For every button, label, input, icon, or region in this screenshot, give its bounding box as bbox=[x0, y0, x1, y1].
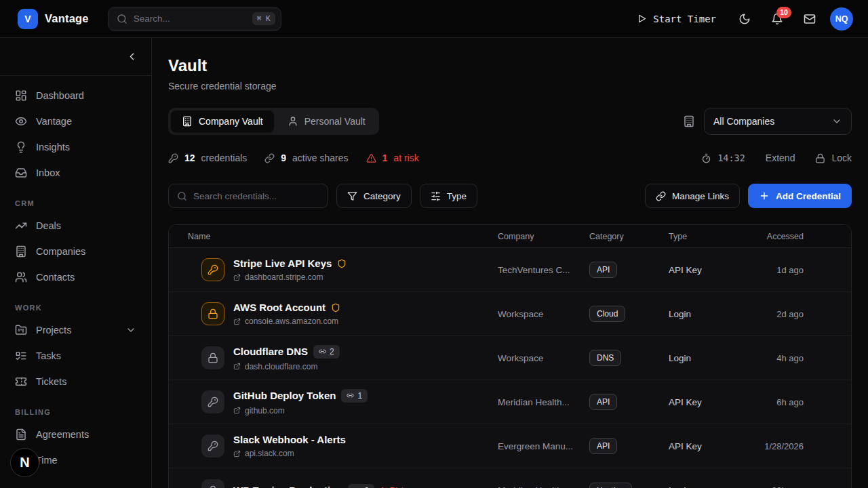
external-link-icon bbox=[233, 274, 241, 281]
credential-tile bbox=[201, 258, 224, 281]
type-filter-button[interactable]: Type bbox=[420, 184, 477, 208]
linked-count: 3 bbox=[364, 486, 369, 488]
credential-domain-link[interactable]: dashboard.stripe.com bbox=[233, 272, 347, 282]
credential-search[interactable] bbox=[168, 184, 328, 208]
company-filter-value: All Companies bbox=[713, 116, 774, 127]
at-risk-label: At Risk bbox=[380, 486, 406, 488]
layout-dashboard-icon bbox=[15, 89, 27, 102]
at-risk-stat: 1 at risk bbox=[366, 152, 419, 163]
manage-links-label: Manage Links bbox=[672, 191, 729, 201]
sidebar-item-agreements[interactable]: Agreements bbox=[8, 422, 143, 447]
table-row[interactable]: AWS Root Account console.aws.amazon.com … bbox=[169, 292, 851, 336]
credential-domain: api.slack.com bbox=[245, 449, 294, 458]
credential-domain: github.com bbox=[245, 406, 285, 415]
company-cell: Workspace bbox=[498, 353, 589, 363]
shares-label: active shares bbox=[292, 152, 348, 163]
table-row[interactable]: Slack Webhook - Alerts api.slack.com Eve… bbox=[169, 424, 851, 468]
global-search-input[interactable] bbox=[134, 14, 246, 24]
tab-label: Company Vault bbox=[199, 116, 263, 127]
extend-session-button[interactable]: Extend bbox=[766, 152, 795, 163]
credential-domain-link[interactable]: github.com bbox=[233, 406, 368, 415]
credential-domain-link[interactable]: dash.cloudflare.com bbox=[233, 362, 340, 371]
lock-label: Lock bbox=[831, 152, 852, 163]
column-header-name: Name bbox=[169, 232, 498, 241]
manage-links-button[interactable]: Manage Links bbox=[645, 184, 740, 208]
start-timer-button[interactable]: Start Timer bbox=[629, 8, 724, 30]
credential-domain-link[interactable]: console.aws.amazon.com bbox=[233, 317, 340, 326]
sidebar-item-contacts[interactable]: Contacts bbox=[8, 264, 143, 290]
sidebar-item-insights[interactable]: Insights bbox=[8, 134, 143, 160]
type-cell: API Key bbox=[669, 397, 759, 407]
sidebar-item-tickets[interactable]: Tickets bbox=[8, 369, 143, 394]
external-link-icon bbox=[233, 450, 241, 458]
page-title: Vault bbox=[168, 56, 852, 75]
building-icon bbox=[182, 116, 193, 127]
sliders-icon bbox=[431, 191, 441, 201]
tab-label: Personal Vault bbox=[304, 116, 366, 127]
avatar[interactable]: NQ bbox=[830, 7, 853, 30]
lightbulb-icon bbox=[15, 141, 27, 153]
accessed-cell: 1d ago bbox=[759, 265, 851, 275]
credential-name: Stripe Live API Keys bbox=[233, 258, 332, 269]
linked-count-badge: 2 bbox=[313, 345, 340, 359]
global-search[interactable]: ⌘ K bbox=[108, 7, 281, 31]
sidebar-item-label: Projects bbox=[36, 325, 71, 336]
table-row[interactable]: Cloudflare DNS 2 dash.cloudflare.com Wor… bbox=[169, 336, 851, 380]
credential-domain: dash.cloudflare.com bbox=[245, 362, 317, 371]
type-cell: API Key bbox=[669, 441, 759, 451]
link-icon bbox=[264, 153, 275, 163]
credential-tile bbox=[201, 390, 224, 413]
inbox-icon bbox=[15, 167, 27, 179]
type-cell: Login bbox=[669, 353, 759, 363]
key-icon bbox=[208, 264, 218, 275]
sidebar-item-inbox[interactable]: Inbox bbox=[8, 160, 143, 186]
linked-count-badge: 3 bbox=[348, 484, 374, 488]
add-credential-label: Add Credential bbox=[776, 191, 841, 201]
column-header-accessed: Accessed bbox=[759, 232, 851, 241]
sidebar-item-label: Companies bbox=[36, 246, 85, 257]
credential-domain-link[interactable]: api.slack.com bbox=[233, 449, 346, 458]
type-cell: Login bbox=[669, 309, 759, 319]
ticket-icon bbox=[15, 375, 27, 388]
sidebar-item-dashboard[interactable]: Dashboard bbox=[8, 83, 143, 108]
theme-toggle-button[interactable] bbox=[732, 7, 757, 31]
name-cell: AWS Root Account console.aws.amazon.com bbox=[169, 302, 498, 326]
sidebar-item-vantage[interactable]: Vantage bbox=[8, 108, 143, 134]
funnel-icon bbox=[347, 191, 357, 201]
tab-personal-vault[interactable]: Personal Vault bbox=[277, 110, 376, 132]
category-badge: DNS bbox=[589, 350, 621, 366]
sidebar-item-companies[interactable]: Companies bbox=[8, 239, 143, 264]
folder-kanban-icon bbox=[15, 324, 27, 336]
sidebar-item-projects[interactable]: Projects bbox=[8, 317, 143, 343]
add-credential-button[interactable]: Add Credential bbox=[748, 184, 852, 208]
category-badge: API bbox=[589, 438, 617, 454]
link-icon bbox=[319, 348, 326, 355]
category-filter-button[interactable]: Category bbox=[336, 184, 412, 208]
lock-vault-button[interactable]: Lock bbox=[815, 152, 852, 163]
table-row[interactable]: GitHub Deploy Token 1 github.com Meridia… bbox=[169, 380, 851, 424]
messages-button[interactable] bbox=[797, 7, 822, 31]
sidebar-item-tasks[interactable]: Tasks bbox=[8, 343, 143, 369]
table-row[interactable]: WP Engine Production 3 At Risk Meridian … bbox=[169, 468, 851, 488]
nextjs-dev-badge[interactable]: N bbox=[10, 448, 39, 477]
credentials-stat: 12 credentials bbox=[168, 152, 247, 163]
category-cell: API bbox=[589, 394, 669, 410]
building-icon bbox=[683, 115, 695, 127]
topbar: V Vantage ⌘ K Start Timer 10 NQ bbox=[0, 0, 868, 38]
alert-triangle-icon bbox=[366, 153, 376, 163]
sidebar-collapse-button[interactable] bbox=[121, 47, 142, 67]
notifications-button[interactable]: 10 bbox=[765, 7, 789, 31]
tab-company-vault[interactable]: Company Vault bbox=[171, 110, 274, 132]
chevron-left-icon bbox=[126, 51, 138, 62]
accessed-cell: 4h ago bbox=[759, 353, 851, 363]
credential-search-input[interactable] bbox=[193, 191, 319, 201]
sidebar-section-heading: BILLING bbox=[15, 408, 136, 416]
category-cell: Cloud bbox=[589, 306, 669, 322]
sidebar-item-deals[interactable]: Deals bbox=[8, 213, 143, 239]
credential-tile bbox=[201, 346, 224, 369]
credential-domain: console.aws.amazon.com bbox=[245, 317, 338, 326]
table-row[interactable]: Stripe Live API Keys dashboard.stripe.co… bbox=[169, 248, 851, 292]
app-logo: V bbox=[18, 9, 38, 29]
company-filter-select[interactable]: All Companies bbox=[704, 108, 852, 135]
link-icon bbox=[656, 191, 666, 201]
